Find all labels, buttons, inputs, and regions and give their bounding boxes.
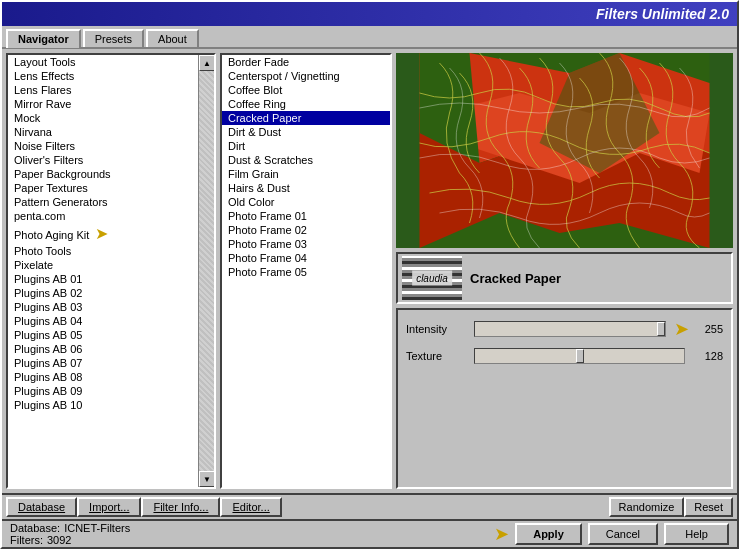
editor-button[interactable]: Editor... (220, 497, 281, 517)
filter-name-label: Cracked Paper (470, 271, 727, 286)
sliders-panel: Intensity ➤ 255 Texture 128 (396, 308, 733, 489)
middle-panel-item[interactable]: Dust & Scratches (222, 153, 390, 167)
middle-panel-item[interactable]: Old Color (222, 195, 390, 209)
left-panel-item[interactable]: Nirvana (8, 125, 198, 139)
middle-panel-item[interactable]: Film Grain (222, 167, 390, 181)
cancel-button[interactable]: Cancel (588, 523, 658, 545)
database-status: Database: ICNET-Filters (10, 522, 130, 534)
middle-panel-item[interactable]: Photo Frame 03 (222, 237, 390, 251)
left-panel-item[interactable]: Layout Tools (8, 55, 198, 69)
middle-panel-item[interactable]: Dirt (222, 139, 390, 153)
status-text-group: Database: ICNET-Filters Filters: 3092 (10, 522, 130, 546)
left-scrollbar: ▲ ▼ (198, 55, 214, 487)
left-panel-item[interactable]: Pattern Generators (8, 195, 198, 209)
tab-navigator[interactable]: Navigator (6, 29, 81, 48)
intensity-slider-row: Intensity ➤ 255 (406, 318, 723, 340)
left-panel-list[interactable]: Layout ToolsLens EffectsLens FlaresMirro… (8, 55, 198, 487)
texture-label: Texture (406, 350, 466, 362)
left-panel-item[interactable]: Mock (8, 111, 198, 125)
left-panel-item[interactable]: Plugins AB 03 (8, 300, 198, 314)
middle-panel-item[interactable]: Hairs & Dust (222, 181, 390, 195)
left-panel-container: Layout ToolsLens EffectsLens FlaresMirro… (6, 53, 216, 489)
middle-panel-item[interactable]: Photo Frame 05 (222, 265, 390, 279)
thumbnail-text: claudia (412, 271, 452, 286)
database-status-value: ICNET-Filters (64, 522, 130, 534)
left-panel-item[interactable]: Lens Effects (8, 69, 198, 83)
filters-status-label: Filters: (10, 534, 43, 546)
middle-panel-item[interactable]: Photo Frame 01 (222, 209, 390, 223)
left-panel-item[interactable]: Paper Textures (8, 181, 198, 195)
database-button[interactable]: Database (6, 497, 77, 517)
main-window: Filters Unlimited 2.0 Navigator Presets … (0, 0, 739, 549)
left-panel-item[interactable]: Plugins AB 09 (8, 384, 198, 398)
texture-track[interactable] (474, 348, 685, 364)
filter-thumbnail: claudia (402, 256, 462, 300)
left-panel-item[interactable]: Lens Flares (8, 83, 198, 97)
left-panel-item[interactable]: Plugins AB 01 (8, 272, 198, 286)
filter-info-panel: claudia Cracked Paper (396, 252, 733, 304)
apply-button[interactable]: Apply (515, 523, 582, 545)
left-panel-item[interactable]: Pixelate (8, 258, 198, 272)
left-panel-item[interactable]: Plugins AB 10 (8, 398, 198, 412)
help-button[interactable]: Help (664, 523, 729, 545)
left-panel-item[interactable]: Plugins AB 04 (8, 314, 198, 328)
left-scroll-up[interactable]: ▲ (199, 55, 214, 71)
left-panel-item[interactable]: Oliver's Filters (8, 153, 198, 167)
left-panel-item[interactable]: Paper Backgrounds (8, 167, 198, 181)
tab-bar: Navigator Presets About (2, 26, 737, 47)
intensity-thumb[interactable] (657, 322, 665, 336)
import-button[interactable]: Import... (77, 497, 141, 517)
reset-button[interactable]: Reset (684, 497, 733, 517)
bottom-toolbar: Database Import... Filter Info... Editor… (2, 493, 737, 519)
tab-presets[interactable]: Presets (83, 29, 144, 47)
texture-thumb[interactable] (576, 349, 584, 363)
left-panel-item[interactable]: Plugins AB 07 (8, 356, 198, 370)
preview-image (396, 53, 733, 248)
left-panel-item[interactable]: Photo Tools (8, 244, 198, 258)
left-panel-item[interactable]: Photo Aging Kit➤ (8, 223, 198, 244)
left-panel-item[interactable]: Plugins AB 05 (8, 328, 198, 342)
left-scroll-track[interactable] (199, 71, 214, 471)
left-panel-item[interactable]: penta.com (8, 209, 198, 223)
filters-status: Filters: 3092 (10, 534, 130, 546)
randomize-button[interactable]: Randomize (609, 497, 685, 517)
tab-about[interactable]: About (146, 29, 199, 47)
app-title: Filters Unlimited 2.0 (596, 6, 729, 22)
left-scroll-down[interactable]: ▼ (199, 471, 214, 487)
texture-slider-row: Texture 128 (406, 348, 723, 364)
middle-panel-container: Border FadeCenterspot / VignettingCoffee… (220, 53, 392, 489)
middle-panel-item[interactable]: Photo Frame 02 (222, 223, 390, 237)
action-buttons: ➤ Apply Cancel Help (494, 523, 729, 545)
filter-info-button[interactable]: Filter Info... (141, 497, 220, 517)
left-panel-item[interactable]: Plugins AB 02 (8, 286, 198, 300)
title-bar: Filters Unlimited 2.0 (2, 2, 737, 26)
left-panel-item[interactable]: Plugins AB 08 (8, 370, 198, 384)
main-content: Layout ToolsLens EffectsLens FlaresMirro… (2, 47, 737, 493)
left-panel-item[interactable]: Noise Filters (8, 139, 198, 153)
middle-panel-item[interactable]: Coffee Ring (222, 97, 390, 111)
texture-value: 128 (693, 350, 723, 362)
intensity-track[interactable] (474, 321, 666, 337)
filters-status-value: 3092 (47, 534, 71, 546)
intensity-value: 255 (693, 323, 723, 335)
status-bar: Database: ICNET-Filters Filters: 3092 ➤ … (2, 519, 737, 547)
middle-panel-item[interactable]: Centerspot / Vignetting (222, 69, 390, 83)
left-panel-item[interactable]: Mirror Rave (8, 97, 198, 111)
middle-panel-item[interactable]: Photo Frame 04 (222, 251, 390, 265)
middle-panel-item[interactable]: Coffee Blot (222, 83, 390, 97)
intensity-label: Intensity (406, 323, 466, 335)
middle-panel-item[interactable]: Border Fade (222, 55, 390, 69)
preview-svg (396, 53, 733, 248)
middle-panel-item[interactable]: Cracked Paper (222, 111, 390, 125)
apply-arrow-icon: ➤ (494, 523, 509, 545)
middle-panel-item[interactable]: Dirt & Dust (222, 125, 390, 139)
left-panel-item[interactable]: Plugins AB 06 (8, 342, 198, 356)
database-status-label: Database: (10, 522, 60, 534)
right-panel: claudia Cracked Paper Intensity ➤ 255 (396, 53, 733, 489)
arrow-indicator: ➤ (95, 225, 108, 242)
intensity-arrow-icon: ➤ (674, 318, 689, 340)
middle-panel-list[interactable]: Border FadeCenterspot / VignettingCoffee… (222, 55, 390, 487)
